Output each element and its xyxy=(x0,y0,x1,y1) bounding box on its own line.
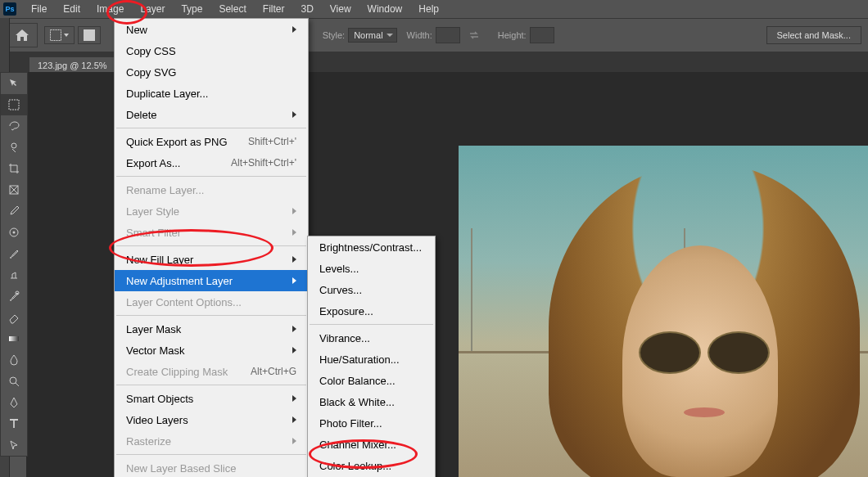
adjustment-menu-channel-mixer[interactable]: Channel Mixer... xyxy=(308,434,435,455)
adjustment-menu-color-lookup[interactable]: Color Lookup... xyxy=(308,455,435,476)
menu-item-label: Duplicate Layer... xyxy=(126,88,208,100)
history-brush-tool-icon xyxy=(7,290,20,303)
layer-menu-separator xyxy=(116,245,306,246)
submenu-arrow-icon xyxy=(292,208,296,214)
menu-item-label: Layer Content Options... xyxy=(126,296,242,308)
type-tool[interactable] xyxy=(1,413,27,434)
menu-item-label: Copy SVG xyxy=(126,66,176,79)
layer-menu-video-layers[interactable]: Video Layers xyxy=(115,409,308,430)
document-tab[interactable]: 123.jpg @ 12.5% xyxy=(29,57,116,74)
submenu-arrow-icon xyxy=(292,416,296,423)
menu-item-label: Video Layers xyxy=(126,414,188,426)
menu-item-label: Rasterize xyxy=(126,435,171,448)
menu-item-shortcut: Alt+Ctrl+G xyxy=(251,366,296,377)
eyedropper-tool[interactable] xyxy=(1,200,27,222)
adjustment-menu-vibrance[interactable]: Vibrance... xyxy=(308,327,435,349)
layer-menu-layer-mask[interactable]: Layer Mask xyxy=(115,318,308,340)
layer-menu-export-as[interactable]: Export As...Alt+Shift+Ctrl+' xyxy=(115,152,308,173)
lasso-tool[interactable] xyxy=(1,115,27,137)
home-button[interactable] xyxy=(7,23,38,47)
submenu-arrow-icon xyxy=(292,326,296,332)
layer-menu-delete[interactable]: Delete xyxy=(115,104,308,125)
layer-menu-copy-svg[interactable]: Copy SVG xyxy=(115,61,308,83)
clone-stamp-tool-icon xyxy=(7,268,20,281)
layer-menu-vector-mask[interactable]: Vector Mask xyxy=(115,340,308,361)
blur-tool[interactable] xyxy=(1,349,27,371)
marquee-icon xyxy=(50,29,61,41)
menu-file[interactable]: File xyxy=(23,1,55,17)
width-field[interactable] xyxy=(436,27,460,43)
move-tool[interactable] xyxy=(1,73,27,94)
crop-tool[interactable] xyxy=(1,158,27,179)
menu-item-label: Smart Filter xyxy=(126,227,181,239)
adjustment-menu-levels[interactable]: Levels... xyxy=(308,258,435,279)
adjustment-menu-photo-filter[interactable]: Photo Filter... xyxy=(308,412,435,434)
menu-edit[interactable]: Edit xyxy=(55,1,88,17)
new-selection-icon xyxy=(84,29,95,41)
menu-image[interactable]: Image xyxy=(88,1,132,17)
layer-menu-smart-objects[interactable]: Smart Objects xyxy=(115,388,308,409)
menu-help[interactable]: Help xyxy=(410,1,447,17)
dodge-tool[interactable] xyxy=(1,371,27,392)
new-adjustment-layer-submenu: Brightness/Contrast...Levels...Curves...… xyxy=(307,236,436,477)
svg-rect-2 xyxy=(9,100,19,110)
rectangular-marquee-tool-icon xyxy=(7,98,20,111)
frame-tool[interactable] xyxy=(1,179,27,200)
layer-menu-duplicate-layer[interactable]: Duplicate Layer... xyxy=(115,83,308,104)
layer-menu-separator xyxy=(116,454,306,455)
menu-view[interactable]: View xyxy=(322,1,359,17)
crop-tool-icon xyxy=(7,162,20,175)
adjustment-menu-curves[interactable]: Curves... xyxy=(308,279,435,300)
layer-menu-new-adjustment-layer[interactable]: New Adjustment Layer xyxy=(115,270,308,291)
eraser-tool[interactable] xyxy=(1,307,27,328)
rectangular-marquee-tool[interactable] xyxy=(1,94,27,115)
adjustment-menu-hue-saturation[interactable]: Hue/Saturation... xyxy=(308,349,435,370)
menu-type[interactable]: Type xyxy=(173,1,210,17)
layer-menu-copy-css[interactable]: Copy CSS xyxy=(115,40,308,61)
menu-layer[interactable]: Layer xyxy=(132,1,173,17)
height-field[interactable] xyxy=(530,27,554,43)
menu-filter[interactable]: Filter xyxy=(255,1,293,17)
layer-menu-quick-export-as-png[interactable]: Quick Export as PNGShift+Ctrl+' xyxy=(115,131,308,152)
menu-item-label: Vector Mask xyxy=(126,344,185,357)
submenu-arrow-icon xyxy=(292,111,296,118)
menu-item-label: Exposure... xyxy=(319,305,373,317)
quick-select-tool-icon xyxy=(7,141,20,154)
swap-icon[interactable] xyxy=(468,29,480,41)
path-select-tool[interactable] xyxy=(1,434,27,456)
marquee-boolean-button[interactable] xyxy=(78,26,101,44)
spot-heal-tool-icon xyxy=(7,226,20,239)
menu-window[interactable]: Window xyxy=(359,1,411,17)
menu-item-label: Color Balance... xyxy=(319,375,396,387)
menu-select[interactable]: Select xyxy=(210,1,254,17)
history-brush-tool[interactable] xyxy=(1,286,27,307)
layer-menu-new-fill-layer[interactable]: New Fill Layer xyxy=(115,249,308,270)
menu-item-label: Copy CSS xyxy=(126,45,176,57)
select-and-mask-button[interactable]: Select and Mask... xyxy=(766,26,862,44)
quick-select-tool[interactable] xyxy=(1,137,27,158)
adjustment-menu-exposure[interactable]: Exposure... xyxy=(308,300,435,322)
menu-item-label: Photo Filter... xyxy=(319,417,382,430)
brush-tool[interactable] xyxy=(1,243,27,264)
clone-stamp-tool[interactable] xyxy=(1,264,27,286)
style-select[interactable]: Normal xyxy=(348,28,396,43)
spot-heal-tool[interactable] xyxy=(1,222,27,243)
gradient-tool[interactable] xyxy=(1,328,27,349)
adjustment-menu-brightness-contrast[interactable]: Brightness/Contrast... xyxy=(308,236,435,258)
submenu-arrow-icon xyxy=(292,229,296,236)
layer-menu-dropdown: NewCopy CSSCopy SVGDuplicate Layer...Del… xyxy=(114,18,309,477)
svg-rect-1 xyxy=(84,29,95,41)
adjustment-menu-color-balance[interactable]: Color Balance... xyxy=(308,370,435,391)
menu-item-label: New Fill Layer xyxy=(126,254,193,266)
layer-menu-rename-layer: Rename Layer... xyxy=(115,179,308,200)
layer-menu-new-layer-based-slice: New Layer Based Slice xyxy=(115,457,308,477)
gradient-tool-icon xyxy=(7,332,20,345)
pen-tool[interactable] xyxy=(1,392,27,413)
adjustment-menu-black-white[interactable]: Black & White... xyxy=(308,391,435,412)
layer-menu-separator xyxy=(116,315,306,316)
layer-menu-new[interactable]: New xyxy=(115,19,308,40)
marquee-mode-button[interactable] xyxy=(44,26,75,44)
layer-menu-separator xyxy=(116,176,306,177)
menu-3d[interactable]: 3D xyxy=(292,1,321,17)
menu-item-label: Layer Mask xyxy=(126,323,181,335)
